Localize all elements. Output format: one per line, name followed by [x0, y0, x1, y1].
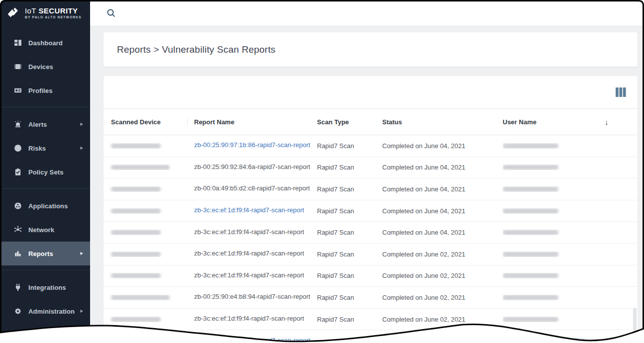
redacted-device-name — [111, 317, 161, 322]
report-name-cell: zb-00:25:90:e4:b8:94-rapid7-scan-report — [194, 293, 317, 302]
sidebar: IoT SECURITY BY PALO ALTO NETWORKS Dashb… — [0, 0, 90, 343]
report-name-text: zb-00:25:90:92:84:6a-rapid7-scan-report — [194, 163, 310, 171]
table-row: zb-3c:ec:ef:1d:f9:f4-rapid7-scan-reportR… — [104, 244, 638, 265]
search-icon[interactable] — [106, 7, 116, 18]
sidebar-item-risks[interactable]: Risks▶ — [0, 136, 90, 160]
report-name-text: zb-3c:ec:ef:1d:f9:f4-rapid7-scan-report — [194, 315, 304, 322]
submenu-arrow-icon: ▶ — [81, 309, 83, 313]
redacted-user-name — [503, 208, 558, 214]
sidebar-item-label: Network — [28, 226, 83, 234]
sidebar-item-devices[interactable]: Devices — [0, 55, 90, 79]
devices-icon — [14, 63, 22, 71]
report-name-cell: zb-3c:ec:ef:1d:f9:f4-rapid7-scan-report — [194, 271, 317, 280]
user-name-cell — [503, 338, 605, 343]
column-header-user-name[interactable]: User Name — [503, 118, 605, 126]
status-cell: Completed on June 02, 2021 — [382, 272, 503, 279]
table-body: zb-00:25:90:97:1b:86-rapid7-scan-reportR… — [104, 135, 638, 343]
report-name-text: zb-00:0a:49:b5:d2:c8-rapid7-scan-report — [194, 184, 310, 192]
sidebar-item-integrations[interactable]: Integrations — [0, 275, 90, 299]
network-icon — [14, 226, 22, 234]
sidebar-item-policy-sets[interactable]: Policy Sets — [0, 160, 90, 184]
scanned-device-cell — [104, 273, 194, 278]
user-name-cell — [503, 165, 605, 170]
scanned-device-cell — [104, 143, 194, 149]
redacted-user-name — [503, 230, 558, 235]
user-name-cell — [503, 208, 605, 214]
column-header-report-name[interactable]: Report Name — [194, 118, 317, 126]
status-cell: Completed on June 04, 2021 — [382, 142, 503, 150]
redacted-user-name — [503, 317, 558, 322]
dashboard-icon — [14, 39, 22, 47]
sidebar-item-label: Dashboard — [28, 39, 83, 47]
column-header-scan-type[interactable]: Scan Type — [317, 118, 382, 126]
scanned-device-cell — [104, 186, 194, 192]
sidebar-item-network[interactable]: Network — [0, 218, 90, 242]
redacted-device-name — [111, 230, 161, 235]
brand: IoT SECURITY BY PALO ALTO NETWORKS — [0, 0, 90, 26]
applications-icon — [14, 202, 22, 210]
user-name-cell — [503, 230, 605, 235]
sidebar-item-profiles[interactable]: Profiles — [0, 79, 90, 102]
risks-icon — [14, 144, 22, 152]
sort-descending-icon[interactable]: ↓ — [605, 118, 609, 126]
sidebar-item-applications[interactable]: Applications — [0, 194, 90, 218]
sidebar-item-label: Integrations — [28, 284, 83, 291]
report-name-text: zb-00:25:90:e4:b8:94-rapid7-scan-report — [194, 293, 310, 300]
report-name-text: zb-3c:ec:ef:1d:f9:f4-rapid7-scan-report — [194, 271, 304, 279]
scan-type-cell: Rapid7 Scan — [317, 207, 382, 215]
brand-subtitle: BY PALO ALTO NETWORKS — [25, 16, 82, 19]
sidebar-item-dashboard[interactable]: Dashboard — [0, 31, 90, 55]
report-name-text: zb-3c:ec:ef:1d:f9:f4-rapid7-scan-report — [194, 250, 304, 257]
table-row: zb-00:0a:49:b5:d2:c8-rapid7-scan-reportR… — [104, 178, 638, 200]
sidebar-item-label: Reports — [28, 250, 81, 257]
reports-icon — [14, 250, 22, 257]
report-name-cell: zb-3c:ec:ef:1d:f9:f4-rapid7-scan-report — [194, 228, 317, 237]
redacted-user-name — [503, 143, 558, 149]
redacted-user-name — [503, 252, 558, 257]
table-row: zb-3c:ec:ef:1d:f9:f4-rapid7-scan-reportR… — [104, 222, 638, 244]
sidebar-divider — [0, 107, 90, 107]
sidebar-item-administration[interactable]: Administration▶ — [0, 299, 90, 323]
report-name-link[interactable]: zb-00:25:90:97:1b:86-rapid7-scan-report — [194, 141, 310, 149]
sidebar-item-label: Profiles — [28, 87, 83, 94]
table-row: zb-3c:ec:ef:1d:f9:f4-rapid7-scan-reportR… — [104, 200, 638, 222]
redacted-device-name — [111, 252, 161, 257]
status-cell: Completed on June 04, 2021 — [382, 185, 503, 193]
sidebar-item-label: Administration — [28, 308, 81, 315]
scanned-device-cell — [104, 208, 194, 214]
report-name-text: zb-3c:ec:ef:1d:f9:f4-rapid7-scan-report — [194, 228, 304, 236]
scanned-device-cell — [104, 252, 194, 257]
status-cell: Completed on June 04, 2021 — [382, 229, 503, 236]
brand-title: IoT SECURITY — [25, 7, 82, 14]
sidebar-nav: DashboardDevicesProfilesAlerts▶Risks▶Pol… — [0, 26, 90, 343]
scan-type-cell: Rapid7 Scan — [317, 164, 382, 171]
status-cell: Completed on June 02, 2021 — [382, 251, 503, 258]
integrations-icon — [14, 283, 22, 291]
breadcrumb: Reports > Vulnerability Scan Reports — [117, 44, 276, 55]
redacted-device-name — [111, 143, 161, 149]
report-name-cell: zb-3c:ec:ef:1d:f9:f4-rapid7-scan-report — [194, 250, 317, 258]
redacted-device-name — [111, 186, 161, 192]
user-name-cell — [503, 317, 605, 322]
sidebar-item-label: Policy Sets — [28, 169, 83, 176]
table-row: zb-00:25:90:97:1b:86-rapid7-scan-reportR… — [104, 135, 638, 157]
report-name-cell: zb-3c:ec:ef:1d:f9:f4-rapid7-scan-report — [194, 315, 317, 324]
submenu-arrow-icon: ▶ — [81, 251, 83, 256]
report-name-link[interactable]: zb-3c:ec:ef:1d:f9:f4-rapid7-scan-report — [194, 206, 304, 214]
user-name-cell — [503, 143, 605, 149]
column-picker-icon[interactable] — [615, 87, 626, 97]
sidebar-item-alerts[interactable]: Alerts▶ — [0, 112, 90, 136]
status-cell: Completed on June 04, 2021 — [382, 164, 503, 171]
redacted-user-name — [503, 186, 558, 192]
report-name-link[interactable]: zb-00:00:5e:00:01:74-rapid7-scan-report — [194, 337, 310, 343]
user-name-cell — [503, 252, 605, 257]
scrollbar-thumb[interactable] — [633, 308, 637, 331]
column-header-status[interactable]: Status — [382, 118, 503, 126]
sidebar-item-label: Risks — [28, 145, 81, 152]
scanned-device-cell — [104, 230, 194, 235]
column-header-scanned-device[interactable]: Scanned Device — [104, 118, 194, 126]
scan-type-cell: Rapid7 Scan — [317, 294, 382, 301]
redacted-device-name — [111, 273, 161, 278]
topbar — [90, 0, 644, 26]
sidebar-item-reports[interactable]: Reports▶ — [0, 242, 90, 265]
